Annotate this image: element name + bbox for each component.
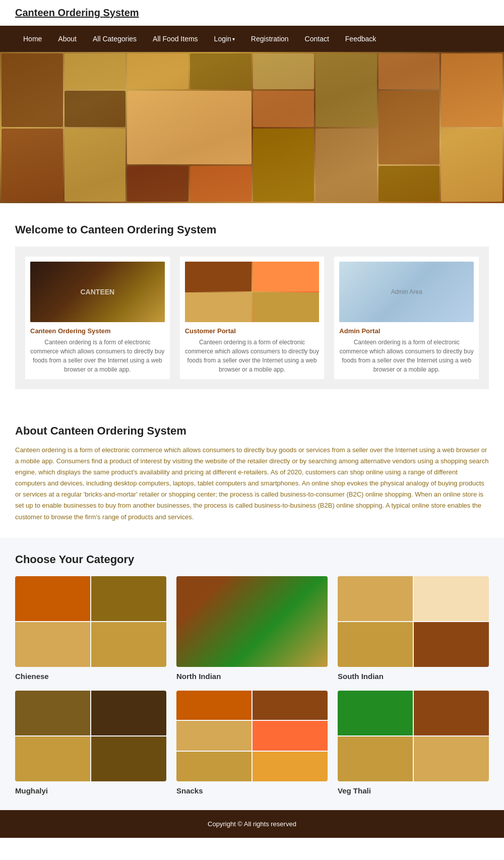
card-image-customer: [185, 262, 320, 322]
title-c-underline: C: [15, 7, 22, 18]
category-label-southindian: South Indian: [338, 672, 489, 681]
category-image-chinese: [15, 576, 166, 667]
nav-feedback[interactable]: Feedback: [337, 26, 384, 52]
category-item-chinese[interactable]: Chienese: [15, 576, 166, 681]
hero-food-grid: [0, 52, 504, 203]
about-heading: About Canteen Ordering System: [15, 424, 489, 438]
nav-contact[interactable]: Contact: [297, 26, 337, 52]
footer: Copyright © All rights reserved: [0, 810, 504, 838]
hero-banner: [0, 52, 504, 203]
category-image-northindian: [176, 576, 328, 667]
nav-all-categories[interactable]: All Categories: [85, 26, 145, 52]
category-label-vegthali: Veg Thali: [338, 786, 489, 795]
category-image-mughalyi: [15, 691, 166, 781]
welcome-heading: Welcome to Canteen Ordering System: [15, 223, 489, 236]
category-item-vegthali[interactable]: Veg Thali: [338, 691, 489, 795]
category-section: Choose Your Category Chienese North Indi…: [0, 538, 504, 810]
about-text: Canteen ordering is a form of electronic…: [15, 445, 489, 523]
category-label-mughalyi: Mughalyi: [15, 786, 166, 795]
title-s-underline: S: [103, 7, 110, 18]
category-item-southindian[interactable]: South Indian: [338, 576, 489, 681]
title-o-underline: O: [57, 7, 66, 18]
about-section: About Canteen Ordering System Canteen or…: [0, 409, 504, 538]
category-item-northindian[interactable]: North Indian: [176, 576, 328, 681]
nav-all-food-items[interactable]: All Food Items: [145, 26, 206, 52]
title-text-3: ystem: [110, 7, 139, 18]
category-image-southindian: [338, 576, 489, 667]
title-text-1: anteen: [22, 7, 57, 18]
card-image-canteen: CANTEEN: [30, 262, 165, 322]
title-text-2: rdering: [66, 7, 103, 18]
category-item-mughalyi[interactable]: Mughalyi: [15, 691, 166, 795]
feature-card-customer: Customer Portal Canteen ordering is a fo…: [180, 257, 325, 379]
nav-home[interactable]: Home: [15, 26, 50, 52]
site-title: Canteen Ordering System: [0, 0, 504, 26]
feature-card-canteen: CANTEEN Canteen Ordering System Canteen …: [25, 257, 170, 379]
category-label-snacks: Snacks: [176, 786, 328, 795]
category-label-northindian: North Indian: [176, 672, 328, 681]
card-image-admin: Admin Area: [339, 262, 474, 322]
welcome-section: Welcome to Canteen Ordering System CANTE…: [0, 203, 504, 409]
card-title-admin: Admin Portal: [339, 327, 474, 335]
category-image-vegthali: [338, 691, 489, 781]
card-desc-admin: Canteen ordering is a form of electronic…: [339, 338, 474, 374]
category-item-snacks[interactable]: Snacks: [176, 691, 328, 795]
nav-registration[interactable]: Registration: [243, 26, 297, 52]
nav-about[interactable]: About: [50, 26, 85, 52]
card-desc-canteen: Canteen ordering is a form of electronic…: [30, 338, 165, 374]
category-label-chinese: Chienese: [15, 672, 166, 681]
feature-cards-container: CANTEEN Canteen Ordering System Canteen …: [15, 247, 489, 389]
card-desc-customer: Canteen ordering is a form of electronic…: [185, 338, 320, 374]
card-title-canteen: Canteen Ordering System: [30, 327, 165, 335]
category-heading: Choose Your Category: [15, 553, 489, 566]
category-grid: Chienese North Indian South Indian: [15, 576, 489, 795]
card-title-customer: Customer Portal: [185, 327, 320, 335]
navbar: Home About All Categories All Food Items…: [0, 26, 504, 52]
category-image-snacks: [176, 691, 328, 781]
feature-card-admin: Admin Area Admin Portal Canteen ordering…: [334, 257, 479, 379]
nav-login-dropdown[interactable]: Login: [206, 26, 243, 52]
footer-copyright: Copyright © All rights reserved: [208, 820, 296, 828]
